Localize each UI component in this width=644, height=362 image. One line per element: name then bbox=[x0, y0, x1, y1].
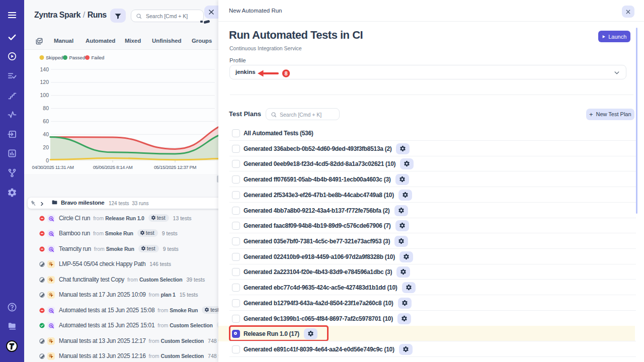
svg-text:Skipped: Skipped bbox=[46, 55, 63, 60]
svg-text:05/15/2025 12:37 PM: 05/15/2025 12:37 PM bbox=[154, 164, 197, 170]
svg-text:60: 60 bbox=[43, 118, 49, 124]
svg-text:Failed: Failed bbox=[92, 55, 105, 60]
svg-text:40: 40 bbox=[43, 131, 49, 137]
svg-text:80: 80 bbox=[43, 105, 49, 111]
svg-text:04/30/2025 11:31 AM: 04/30/2025 11:31 AM bbox=[32, 164, 74, 170]
svg-text:8: 8 bbox=[284, 70, 287, 76]
svg-text:Passed: Passed bbox=[69, 55, 86, 60]
svg-text:20: 20 bbox=[43, 144, 49, 150]
svg-text:120: 120 bbox=[40, 79, 49, 85]
svg-text:0: 0 bbox=[46, 157, 49, 163]
svg-text:100: 100 bbox=[40, 92, 49, 98]
svg-text:05/06/2025 8:14 AM: 05/06/2025 8:14 AM bbox=[93, 164, 133, 170]
svg-text:140: 140 bbox=[40, 66, 49, 72]
